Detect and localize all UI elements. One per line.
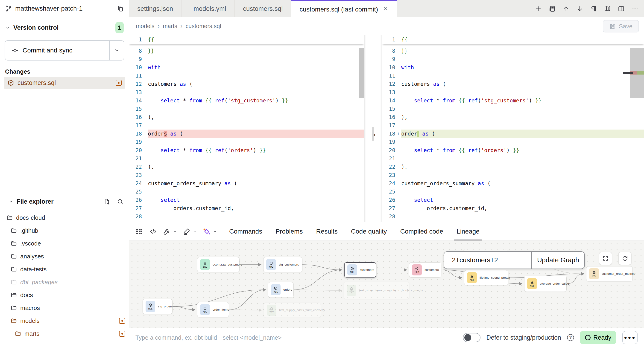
lineage-node-stg-orders[interactable]: MDLstg_orders bbox=[142, 299, 172, 314]
scrollbar-left[interactable] bbox=[358, 45, 364, 220]
code-line-18: 18+order as ( bbox=[382, 130, 644, 138]
commit-button-label: Commit and sync bbox=[22, 47, 72, 54]
more-options-button[interactable]: ●●● bbox=[622, 331, 638, 344]
tree-item-marts[interactable]: marts bbox=[0, 327, 129, 340]
tree-item-models[interactable]: models bbox=[0, 314, 129, 327]
lineage-node-label: customer_order_metrics bbox=[602, 272, 635, 276]
scrollbar-thumb[interactable] bbox=[358, 48, 364, 98]
chevron-down-icon bbox=[5, 25, 10, 30]
new-file-icon[interactable] bbox=[104, 198, 110, 205]
diff-pane-modified[interactable]: 1{{ 8}}910with1112customers as (1314 sel… bbox=[382, 35, 644, 222]
commit-icon bbox=[12, 47, 18, 54]
arrow-right-icon: → bbox=[370, 129, 377, 138]
tab--models-yml[interactable]: _models.yml bbox=[182, 0, 235, 17]
format-tools-dropdown[interactable] bbox=[183, 228, 197, 235]
search-icon[interactable] bbox=[117, 198, 124, 205]
columns-icon[interactable] bbox=[618, 5, 625, 12]
arrow-up-icon[interactable] bbox=[562, 5, 569, 12]
tree-item--vscode[interactable]: .vscode bbox=[0, 237, 129, 250]
code-line-8: 8}} bbox=[129, 47, 364, 55]
more-icon[interactable] bbox=[632, 5, 638, 12]
revert-change-arrow[interactable]: → bbox=[364, 130, 382, 138]
panel-tab-lineage[interactable]: Lineage bbox=[456, 222, 480, 241]
bottom-panel-tabs: CommandsProblemsResultsCode qualityCompi… bbox=[229, 222, 480, 241]
close-tab-icon[interactable] bbox=[383, 6, 388, 13]
lineage-node-ecom-raw-customers[interactable]: SRCecom.raw_customers bbox=[197, 257, 240, 272]
map-icon[interactable] bbox=[604, 5, 611, 12]
code-line-1: 1{{ bbox=[129, 35, 154, 44]
panel-tab-results[interactable]: Results bbox=[316, 222, 338, 241]
refresh-icon bbox=[622, 255, 628, 262]
status-badge: Ready bbox=[580, 331, 616, 344]
save-button[interactable]: Save bbox=[603, 20, 639, 32]
tab-customers-sql[interactable]: customers.sql bbox=[235, 0, 291, 17]
command-input[interactable]: Type a command, ex. dbt build --select <… bbox=[136, 334, 463, 341]
lineage-node-customer-order-metrics[interactable]: SVQcustomer_order_metrics bbox=[586, 266, 633, 281]
tab-settings-json[interactable]: settings.json bbox=[129, 0, 182, 17]
commit-options-dropdown[interactable] bbox=[110, 41, 124, 60]
commit-and-sync-main[interactable]: Commit and sync bbox=[5, 41, 110, 60]
refresh-graph-button[interactable] bbox=[618, 252, 632, 265]
commit-and-sync-button[interactable]: Commit and sync bbox=[4, 40, 124, 60]
lineage-node-test-supply-costs-sum-correctly[interactable]: TSTtest_supply_costs_sum_correctly bbox=[264, 303, 321, 318]
main-area: settings.json_models.ymlcustomers.sqlcus… bbox=[129, 0, 644, 347]
lineage-node-label: test_order_items_compute_to_bools_correc… bbox=[359, 289, 423, 293]
panel-tab-commands[interactable]: Commands bbox=[229, 222, 262, 241]
code-line-10: 10with bbox=[129, 63, 364, 71]
panel-tab-code-quality[interactable]: Code quality bbox=[351, 222, 387, 241]
arrow-down-icon[interactable] bbox=[576, 5, 583, 12]
sticky-line: 1{{ bbox=[129, 35, 364, 44]
code-line-15: 15 bbox=[129, 105, 364, 113]
tree-item-data-tests[interactable]: data-tests bbox=[0, 263, 129, 276]
tab-label: customers.sql bbox=[243, 5, 283, 12]
version-control-header[interactable]: Version control 1 bbox=[0, 21, 129, 34]
panel-tab-problems[interactable]: Problems bbox=[276, 222, 303, 241]
copy-icon[interactable] bbox=[117, 5, 124, 12]
lineage-node-average-order-value[interactable]: METaverage_order_value bbox=[524, 276, 566, 292]
breadcrumb-segment[interactable]: models bbox=[136, 23, 154, 29]
defer-toggle[interactable] bbox=[463, 333, 480, 342]
fullscreen-button[interactable] bbox=[599, 252, 612, 265]
tree-item-docs-cloud[interactable]: docs-cloud bbox=[0, 211, 129, 224]
lineage-node-lifetime-spend-pretax[interactable]: METlifetime_spend_pretax bbox=[464, 270, 508, 285]
lineage-node-customers[interactable]: MDLcustomers bbox=[344, 262, 376, 278]
lineage-node-test-order-items-compute-to-bools-correctly[interactable]: TSTtest_order_items_compute_to_bools_cor… bbox=[344, 282, 409, 299]
met-node-icon: MET bbox=[467, 272, 477, 283]
tree-item-dbt-packages[interactable]: dbt_packages bbox=[0, 276, 129, 289]
lineage-node-label: customers bbox=[424, 268, 439, 272]
lineage-node-stg-customers[interactable]: MDLstg_customers bbox=[263, 257, 302, 272]
tab-customers-sql-last-commit-[interactable]: customers.sql (last commit) bbox=[291, 0, 397, 17]
tree-item-label: docs-cloud bbox=[16, 214, 125, 221]
file-explorer-header[interactable]: File explorer bbox=[0, 194, 129, 209]
tree-item--github[interactable]: .github bbox=[0, 224, 129, 237]
format-pen-icon bbox=[183, 228, 191, 235]
diff-pane-original[interactable]: 1{{ 8}}910with1112customers as (1314 sel… bbox=[129, 35, 364, 222]
pilcrow-icon[interactable] bbox=[590, 5, 597, 12]
lineage-selector-input[interactable]: 2+customers+2 bbox=[444, 252, 531, 269]
plus-icon[interactable] bbox=[535, 5, 542, 12]
breadcrumb-segment[interactable]: marts bbox=[163, 23, 177, 29]
code-icon[interactable] bbox=[149, 228, 157, 235]
tree-item-macros[interactable]: macros bbox=[0, 302, 129, 314]
notebook-icon[interactable] bbox=[549, 5, 556, 12]
tree-item-docs[interactable]: docs bbox=[0, 289, 129, 302]
dbt-cloud-ide: matthewshaver-patch-1 Version control 1 … bbox=[0, 0, 644, 347]
lineage-node-orders[interactable]: MDLorders bbox=[268, 282, 294, 297]
help-icon[interactable]: ? bbox=[567, 334, 574, 341]
lineage-canvas[interactable]: SRCecom.raw_customersMDLstg_customersMDL… bbox=[129, 241, 644, 328]
update-graph-button[interactable]: Update Graph bbox=[532, 252, 584, 269]
lineage-node-customers[interactable]: SEMcustomers bbox=[409, 262, 441, 278]
ai-assist-dropdown[interactable] bbox=[203, 227, 217, 236]
lineage-node-order-items[interactable]: MDLorder_items bbox=[197, 302, 229, 317]
tst-node-icon: TST bbox=[267, 305, 276, 316]
changed-file-customers-sql[interactable]: customers.sql bbox=[4, 77, 125, 89]
results-table-icon[interactable] bbox=[135, 227, 143, 236]
breadcrumb-segment[interactable]: customers.sql bbox=[186, 23, 221, 29]
folder-icon bbox=[10, 227, 17, 234]
tree-item-analyses[interactable]: analyses bbox=[0, 250, 129, 263]
panel-tab-compiled-code[interactable]: Compiled code bbox=[400, 222, 443, 241]
build-tools-dropdown[interactable] bbox=[163, 228, 177, 235]
version-control-title: Version control bbox=[13, 24, 112, 31]
code-line-28: 28 bbox=[129, 212, 364, 221]
code-line-12: 12customers as ( bbox=[382, 80, 644, 88]
